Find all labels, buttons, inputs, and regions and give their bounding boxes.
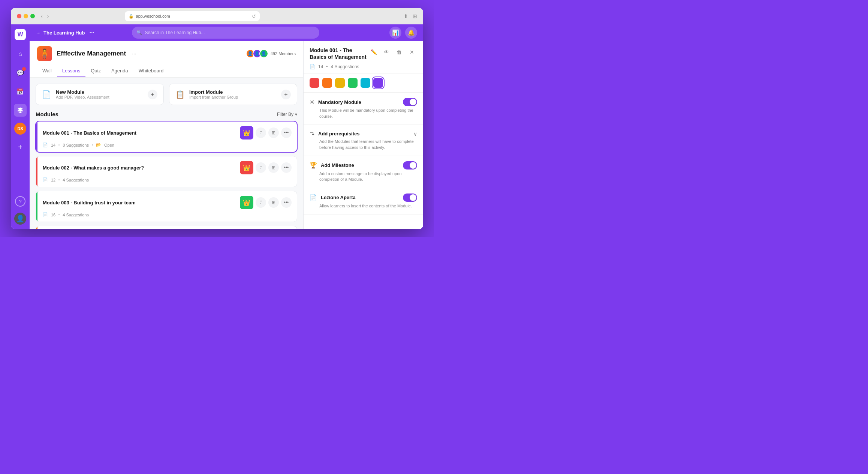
notifications-button[interactable]: 🔔 bbox=[405, 27, 417, 39]
modules-icon bbox=[17, 107, 24, 114]
module-suggestions-001: 8 Suggestions bbox=[63, 143, 89, 147]
module-share-001[interactable]: ⤴ bbox=[256, 128, 266, 138]
help-button[interactable]: ? bbox=[15, 196, 25, 207]
settings-close-button[interactable]: ✕ bbox=[407, 47, 417, 57]
modules-header: Modules Filter By ▾ bbox=[30, 111, 303, 121]
import-module-icon: 📋 bbox=[175, 90, 185, 99]
sidebar-item-home[interactable]: ⌂ bbox=[14, 48, 27, 60]
sidebar-item-calendar[interactable]: 📅 bbox=[14, 85, 27, 98]
forward-button[interactable]: › bbox=[46, 12, 51, 20]
settings-files-count: 14 bbox=[318, 64, 323, 69]
settings-file-icon: 📄 bbox=[310, 64, 315, 69]
user-profile-avatar[interactable]: 👤 bbox=[14, 213, 26, 225]
close-button[interactable] bbox=[17, 14, 21, 18]
import-module-card[interactable]: 📋 Import Module Import from another Grou… bbox=[169, 84, 297, 105]
tab-whiteboard[interactable]: Whiteboard bbox=[133, 65, 169, 77]
share-icon[interactable]: ⬆ bbox=[404, 13, 408, 19]
lezione-aperta-desc: Allow learners to insert the contents of… bbox=[310, 203, 417, 209]
browser-actions: ⬆ ⊞ bbox=[404, 13, 417, 19]
course-thumbnail: 🧍 bbox=[37, 46, 52, 61]
prerequisites-left: ↱ Add prerequisites bbox=[310, 130, 360, 137]
analytics-button[interactable]: 📊 bbox=[389, 27, 401, 39]
lezione-aperta-toggle[interactable] bbox=[403, 194, 417, 202]
milestone-title: Add Milestone bbox=[321, 162, 354, 168]
module-share-003[interactable]: ⤴ bbox=[256, 197, 266, 208]
tab-agenda[interactable]: Agenda bbox=[106, 65, 133, 77]
module-settings-001[interactable]: ⊞ bbox=[268, 128, 279, 138]
sidebar-add-button[interactable]: + bbox=[14, 141, 27, 153]
nav-more-button[interactable]: ··· bbox=[90, 29, 94, 36]
refresh-icon[interactable]: ↺ bbox=[252, 14, 256, 19]
import-module-card-left: 📋 Import Module Import from another Grou… bbox=[175, 89, 238, 99]
sidebar-user-avatar[interactable]: DS bbox=[14, 123, 26, 135]
traffic-lights bbox=[17, 14, 35, 18]
module-more-001[interactable]: ••• bbox=[281, 128, 292, 138]
course-more-button[interactable]: ··· bbox=[132, 51, 136, 57]
module-content-004: Module 004 - Tracking and measuring perf… bbox=[37, 226, 297, 229]
lezione-aperta-row: 📄 Lezione Aperta Allow learners to inser… bbox=[304, 188, 423, 214]
swatch-orange[interactable] bbox=[322, 78, 332, 88]
mandatory-module-toggle-thumb bbox=[410, 99, 416, 105]
swatch-purple[interactable] bbox=[373, 78, 383, 88]
settings-visibility-button[interactable]: 👁 bbox=[381, 47, 392, 57]
settings-edit-button[interactable]: ✏️ bbox=[368, 47, 379, 57]
tab-wall[interactable]: Wall bbox=[37, 65, 57, 77]
import-module-plus[interactable]: + bbox=[281, 90, 291, 99]
course-header: 🧍 Efffective Management ··· 👤 👤 👤 bbox=[30, 41, 303, 78]
filter-label: Filter By bbox=[277, 112, 293, 117]
swatch-yellow[interactable] bbox=[335, 78, 345, 88]
filter-button[interactable]: Filter By ▾ bbox=[277, 112, 297, 117]
settings-header: Module 001 - The Basics of Management ✏️… bbox=[304, 41, 423, 74]
modules-section-title: Modules bbox=[36, 111, 58, 117]
sidebar-item-modules[interactable] bbox=[14, 104, 27, 117]
module-more-003[interactable]: ••• bbox=[281, 197, 292, 208]
swatch-green[interactable] bbox=[348, 78, 358, 88]
course-tabs: Wall Lessons Quiz Agenda Whiteboard bbox=[37, 65, 296, 77]
module-files-003: 16 bbox=[51, 213, 55, 217]
top-nav-actions: 📊 🔔 bbox=[389, 27, 417, 39]
module-name-002: Module 002 - What makes a good manager? bbox=[43, 165, 144, 171]
new-module-plus[interactable]: + bbox=[148, 90, 157, 99]
new-module-card[interactable]: 📄 New Module Add PDF, Video, Assessment … bbox=[36, 84, 164, 105]
minimize-button[interactable] bbox=[24, 14, 28, 18]
swatch-red[interactable] bbox=[310, 78, 319, 88]
module-item-004[interactable]: Module 004 - Tracking and measuring perf… bbox=[36, 226, 297, 229]
new-module-subtitle: Add PDF, Video, Assessment bbox=[56, 95, 109, 99]
module-item-001[interactable]: Module 001 - The Basics of Management 👑 … bbox=[36, 121, 297, 152]
milestone-toggle[interactable] bbox=[403, 161, 417, 170]
settings-delete-button[interactable]: 🗑 bbox=[394, 47, 404, 57]
swatch-cyan[interactable] bbox=[361, 78, 370, 88]
module-item-002[interactable]: Module 002 - What makes a good manager? … bbox=[36, 156, 297, 187]
action-cards: 📄 New Module Add PDF, Video, Assessment … bbox=[30, 78, 303, 111]
search-bar[interactable]: 🔍 Search in The Learning Hub... bbox=[132, 27, 319, 39]
back-button[interactable]: ‹ bbox=[39, 12, 44, 20]
sidebar-item-messages[interactable]: 💬 bbox=[14, 66, 27, 79]
lezione-aperta-toggle-thumb bbox=[410, 194, 416, 201]
tab-lessons[interactable]: Lessons bbox=[57, 65, 85, 77]
module-badge-003: 👑 bbox=[240, 196, 253, 209]
mandatory-module-toggle[interactable] bbox=[403, 98, 417, 106]
module-actions-003: 👑 ⤴ ⊞ ••• bbox=[240, 196, 292, 209]
module-settings-003[interactable]: ⊞ bbox=[268, 197, 279, 208]
import-module-title: Import Module bbox=[189, 89, 238, 95]
browser-chrome: ‹ › 🔒 app.weschool.com ↺ ⬆ ⊞ bbox=[11, 8, 423, 24]
sidebar-narrow: W ⌂ 💬 📅 DS + ? 👤 bbox=[11, 24, 30, 229]
tab-quiz[interactable]: Quiz bbox=[85, 65, 106, 77]
maximize-button[interactable] bbox=[30, 14, 35, 18]
prerequisites-expand-button[interactable]: ∨ bbox=[413, 131, 417, 137]
module-meta-dot2-001 bbox=[92, 144, 93, 146]
new-tab-icon[interactable]: ⊞ bbox=[413, 13, 417, 19]
module-item-003[interactable]: Module 003 - Building trust in your team… bbox=[36, 191, 297, 222]
milestone-row: 🏆 Add Milestone Add a custom message to … bbox=[304, 156, 423, 188]
nav-arrow-icon: → bbox=[36, 30, 40, 36]
module-file-icon-002: 📄 bbox=[43, 177, 48, 182]
messages-badge bbox=[22, 67, 26, 71]
module-more-002[interactable]: ••• bbox=[281, 162, 292, 173]
module-share-002[interactable]: ⤴ bbox=[256, 162, 266, 173]
address-bar[interactable]: 🔒 app.weschool.com ↺ bbox=[125, 11, 260, 21]
prerequisites-icon: ↱ bbox=[308, 131, 316, 136]
nav-title-area: → The Learning Hub ··· bbox=[36, 29, 94, 36]
milestone-desc: Add a custom message to be displayed upo… bbox=[310, 171, 417, 183]
module-settings-002[interactable]: ⊞ bbox=[268, 162, 279, 173]
module-files-002: 12 bbox=[51, 178, 55, 182]
